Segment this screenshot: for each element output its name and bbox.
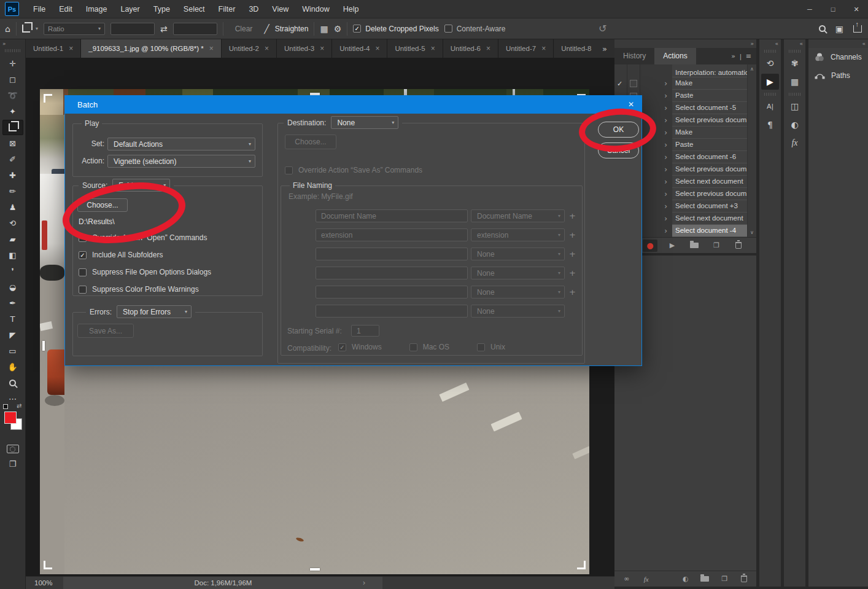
document-tab[interactable]: Untitled-5 × [387,39,443,58]
document-tab[interactable]: Untitled-6 × [443,39,498,58]
gear-icon[interactable]: ⚙ [334,24,342,34]
naming-part-input[interactable]: Document Name [316,209,468,222]
eraser-tool[interactable]: ▰ [2,232,23,247]
source-select[interactable]: Folder [112,179,170,192]
crop-tool[interactable] [2,120,23,135]
source-choose-button[interactable]: Choose... [77,198,128,212]
default-colors-icon[interactable] [3,404,8,409]
hand-tool[interactable]: ✋ [2,359,23,375]
action-step-row[interactable]: › Select document -5 [640,102,747,114]
tab-history[interactable]: History [614,48,654,64]
layer-mask-icon[interactable] [660,573,672,585]
menu-item[interactable]: Layer [114,0,146,18]
crop-handle[interactable] [44,94,52,103]
new-action-icon[interactable]: ❐ [709,240,724,252]
search-icon[interactable] [819,25,826,32]
record-icon[interactable]: ● [643,240,657,252]
naming-part-select[interactable]: None [471,267,565,279]
ratio-select[interactable]: Ratio ▾ [44,23,105,35]
naming-part-input[interactable] [316,305,468,318]
chevron-down-icon[interactable]: ▾ [36,26,38,31]
tab-overflow-icon[interactable]: » [595,39,614,58]
errors-select[interactable]: Stop for Errors [117,305,192,318]
source-option-checkbox[interactable]: Override Action “Open” Commands [79,233,211,242]
maximize-button[interactable]: □ [821,0,845,18]
marquee-tool[interactable]: ◻ [2,72,23,87]
overlay-grid-icon[interactable]: ▦ [320,24,328,34]
straighten-label[interactable]: Straighten [275,25,309,33]
expander-icon[interactable]: › [640,200,672,213]
play-icon[interactable]: ▶ [665,240,680,252]
panel-grip[interactable] [764,93,777,96]
menu-item[interactable]: View [265,0,295,18]
plus-icon[interactable]: + [569,211,576,220]
tab-close-icon[interactable]: × [375,44,379,53]
menu-item[interactable]: Image [79,0,114,18]
naming-part-input[interactable] [316,286,468,298]
crop-handle[interactable] [42,341,45,351]
source-option-checkbox[interactable]: Include All Subfolders [79,251,211,259]
override-save-as-checkbox[interactable]: Override Action “Save As” Commands [285,166,422,174]
menu-item[interactable]: Help [336,0,366,18]
adjustment-layer-icon[interactable]: ◐ [680,573,692,585]
compatibility-checkbox[interactable]: Mac OS [409,343,449,351]
foreground-color-swatch[interactable] [4,412,17,424]
fx-icon[interactable]: fx [640,573,653,585]
plus-icon[interactable]: + [569,230,576,240]
sidebar-item-channels[interactable]: Channels [808,48,868,66]
tab-close-icon[interactable]: × [541,44,546,53]
tools-collapse-icon[interactable]: » [0,39,25,47]
zoom-level[interactable]: 100% [26,579,63,587]
compatibility-checkbox[interactable]: Unix [477,343,505,351]
new-layer-icon[interactable]: ❐ [718,573,730,585]
expander-icon[interactable]: › [640,114,672,127]
document-tab[interactable]: Untitled-1 × [26,39,81,58]
action-step-row[interactable]: › Select document -4 [640,225,747,237]
crop-handle[interactable] [577,561,586,569]
scroll-up-icon[interactable]: ∧ [750,66,754,72]
eyedropper-tool[interactable]: ✐ [2,152,23,167]
naming-part-select[interactable]: None [471,305,565,318]
delete-cropped-pixels-checkbox[interactable]: Delete Cropped Pixels [353,25,438,33]
naming-part-select[interactable]: extension [471,228,565,241]
naming-part-input[interactable] [316,248,468,260]
content-aware-checkbox[interactable]: Content-Aware [444,25,506,33]
expander-icon[interactable]: › [640,77,672,90]
serial-input[interactable]: 1 [351,325,379,337]
tab-actions[interactable]: Actions [654,48,696,64]
expander-icon[interactable]: › [640,213,672,225]
save-as-button[interactable]: Save As... [77,324,134,338]
expander-icon[interactable]: › [640,139,672,151]
crop-height-input[interactable] [173,23,217,35]
action-step-row[interactable]: › Make [640,77,747,90]
set-select[interactable]: Default Actions [107,138,255,150]
dialog-title[interactable]: Batch [65,96,641,114]
menu-item[interactable]: Edit [52,0,79,18]
dialog-close-icon[interactable]: ✕ [628,100,634,109]
naming-part-select[interactable]: None [471,248,565,260]
expander-icon[interactable]: › [640,90,672,102]
menu-item[interactable]: Select [177,0,212,18]
lasso-tool[interactable]: ➰ [2,88,23,103]
action-step-row[interactable]: › Select next document [640,213,747,225]
expander-icon[interactable]: › [640,127,672,139]
document-tab[interactable]: Untitled-2 × [222,39,277,58]
crop-handle[interactable] [44,561,52,569]
collapse-panel-icon[interactable]: « [775,41,778,47]
character-panel-icon[interactable]: A| [761,98,779,114]
shape-tool[interactable]: ▭ [2,343,23,359]
new-set-folder-icon[interactable] [687,240,702,252]
action-step-row[interactable]: Interpolation: automatic [640,64,747,77]
swap-dimensions-icon[interactable]: ⇄ [160,24,168,34]
actions-panel-icon[interactable]: ▶ [761,74,779,90]
panel-grip[interactable] [789,93,801,96]
panel-grip[interactable] [5,49,21,52]
reset-icon[interactable]: ↺ [599,23,606,34]
destination-choose-button[interactable]: Choose... [285,135,336,149]
expander-icon[interactable]: › [640,225,672,237]
brush-tool[interactable]: ✏ [2,184,23,199]
quick-selection-tool[interactable]: ✦ [2,104,23,119]
cancel-button[interactable]: Cancel [598,142,639,158]
type-tool[interactable]: T [2,311,23,327]
panel-expand-icon[interactable]: » [731,52,735,60]
